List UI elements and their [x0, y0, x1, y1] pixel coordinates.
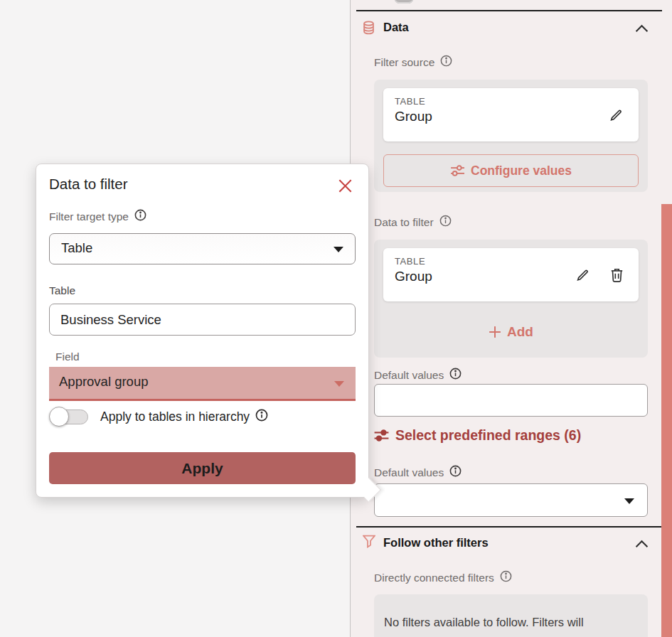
caret-down-icon — [624, 498, 634, 504]
hierarchy-toggle[interactable] — [49, 405, 93, 429]
configure-values-label: Configure values — [471, 164, 572, 178]
collapse-follow-chevron-up-icon[interactable] — [635, 538, 649, 551]
hierarchy-toggle-row: Apply to tables in hierarchy — [49, 405, 268, 429]
delete-target-trash-icon[interactable] — [609, 267, 624, 283]
no-filters-message: No filters available to follow. Filters … — [384, 616, 638, 629]
add-label: Add — [507, 324, 533, 340]
filter-source-container: TABLE Group Configure values — [374, 80, 648, 192]
filter-source-info-icon[interactable] — [440, 55, 452, 70]
default-values-info-icon[interactable] — [449, 368, 462, 382]
close-icon[interactable] — [336, 177, 354, 195]
field-label: Field — [55, 350, 80, 363]
plus-icon — [489, 326, 501, 338]
hierarchy-info-icon[interactable] — [255, 409, 268, 425]
funnel-icon — [363, 535, 375, 551]
partial-toggle-remnant — [395, 0, 413, 4]
data-to-filter-card: TABLE Group — [383, 248, 639, 301]
collapse-data-chevron-up-icon[interactable] — [635, 23, 649, 36]
follow-filters-title: Follow other filters — [383, 536, 489, 550]
sliders-filled-icon — [374, 429, 389, 442]
default-values-input[interactable] — [374, 384, 648, 417]
follow-filters-section-header[interactable]: Follow other filters — [351, 535, 672, 552]
field-select[interactable]: Approval group — [49, 367, 356, 401]
data-section-header[interactable]: Data — [351, 19, 672, 36]
section-divider — [356, 10, 662, 11]
data-to-filter-modal: Data to filter Filter target type Table … — [36, 164, 369, 498]
default-values-label-2: Default values — [374, 465, 462, 480]
selection-highlight-bar — [661, 204, 672, 637]
database-icon — [363, 21, 375, 38]
directly-connected-filters-label: Directly connected filters — [374, 570, 512, 585]
configure-values-button[interactable]: Configure values — [383, 154, 639, 187]
default-values-label: Default values — [374, 368, 462, 382]
table-label: Table — [49, 284, 75, 297]
caret-down-salmon-icon — [334, 381, 344, 387]
section-divider — [356, 526, 662, 528]
edit-target-pencil-icon[interactable] — [575, 267, 591, 283]
toggle-knob — [49, 407, 69, 427]
source-card-value: Group — [395, 109, 627, 124]
filter-target-type-label: Filter target type — [49, 209, 146, 224]
edit-source-pencil-icon[interactable] — [609, 107, 624, 123]
default-values-2-info-icon[interactable] — [449, 465, 462, 480]
source-card-type-label: TABLE — [395, 96, 627, 107]
directly-connected-info-icon[interactable] — [500, 570, 512, 585]
caret-down-icon — [334, 247, 343, 252]
select-predefined-ranges-label: Select predefined ranges (6) — [395, 427, 581, 444]
no-filters-message-box: No filters available to follow. Filters … — [374, 594, 648, 637]
data-to-filter-info-icon[interactable] — [439, 215, 452, 230]
filter-source-card: TABLE Group — [383, 88, 639, 141]
filter-source-label: Filter source — [374, 55, 452, 70]
filter-config-panel: Data Filter source TABLE Group — [350, 0, 672, 637]
add-data-to-filter-button[interactable]: Add — [374, 318, 648, 346]
filter-target-type-value: Table — [61, 240, 92, 256]
apply-button[interactable]: Apply — [49, 452, 356, 484]
data-to-filter-container: TABLE Group — [374, 240, 648, 358]
sliders-icon — [450, 164, 464, 177]
target-card-type-label: TABLE — [395, 256, 627, 267]
table-input[interactable] — [49, 304, 356, 336]
select-predefined-ranges-button[interactable]: Select predefined ranges (6) — [374, 427, 581, 444]
hierarchy-toggle-label: Apply to tables in hierarchy — [100, 409, 268, 425]
default-values-dropdown[interactable] — [374, 483, 648, 517]
filter-target-type-info-icon[interactable] — [134, 209, 146, 224]
field-select-value: Approval group — [59, 374, 148, 390]
data-section-title: Data — [383, 21, 409, 34]
filter-target-type-select[interactable]: Table — [49, 233, 356, 264]
modal-title: Data to filter — [49, 176, 128, 193]
data-to-filter-label: Data to filter — [374, 215, 452, 230]
